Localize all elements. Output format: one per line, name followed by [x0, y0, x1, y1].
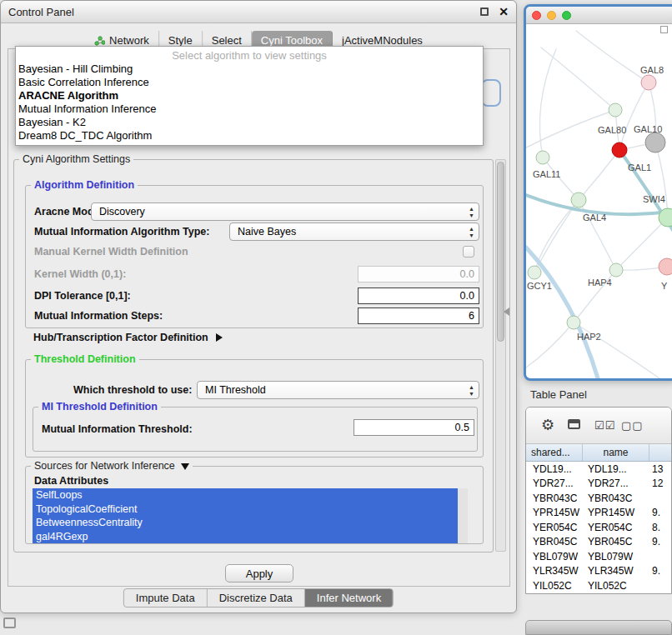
tab-jactivemodules-label: jActiveMNodules	[342, 34, 423, 47]
algorithm-option[interactable]: Mutual Information Inference	[16, 102, 483, 116]
combo-arrows-icon: ▲▼	[469, 206, 474, 219]
control-panel-titlebar[interactable]: Control Panel ✕	[1, 1, 516, 23]
panel-corner-icon[interactable]	[3, 618, 16, 628]
table-row[interactable]: YDL19...YDL19...13	[526, 462, 671, 477]
table-row[interactable]: YLR345WYLR345W9.	[526, 564, 671, 579]
tab-infer-network[interactable]: Infer Network	[305, 589, 393, 607]
control-panel-window: Control Panel ✕ Network Style Select Cyn…	[0, 0, 517, 613]
network-node[interactable]	[641, 75, 656, 90]
aracne-mode-value: Discovery	[99, 206, 145, 218]
table-cell: YIL052C	[583, 580, 649, 592]
network-node[interactable]	[528, 266, 541, 279]
table-cell: YDR27...	[526, 478, 583, 489]
attribute-list-item[interactable]: SelfLoops	[33, 488, 458, 502]
network-edge[interactable]	[526, 322, 574, 368]
aracne-mode-select[interactable]: Discovery ▲▼	[91, 202, 479, 221]
birdseye-toggle[interactable]	[660, 26, 668, 33]
network-node[interactable]	[659, 258, 672, 275]
algorithm-option[interactable]: Bayesian - Hill Climbing	[16, 62, 483, 76]
column-header-partial[interactable]	[649, 444, 671, 461]
algorithm-option[interactable]: Basic Correlation Inference	[16, 76, 483, 89]
table-cell: YLR345W	[583, 565, 649, 577]
tab-impute-data[interactable]: Impute Data	[124, 589, 208, 607]
mi-threshold-input[interactable]: 0.5	[354, 419, 474, 436]
network-node[interactable]	[567, 316, 580, 329]
collapsed-panel-bar[interactable]	[525, 620, 672, 635]
which-threshold-label: Which threshold to use:	[73, 384, 192, 396]
minimize-traffic-light[interactable]	[547, 11, 556, 20]
table-row[interactable]: YBL079WYBL079W	[526, 549, 671, 564]
splitter-collapse-arrow[interactable]	[504, 308, 509, 316]
node-label: GAL11	[533, 169, 560, 179]
kernel-width-input[interactable]: 0.0	[358, 266, 479, 282]
node-label: GAL8	[640, 65, 664, 75]
close-traffic-light[interactable]	[532, 11, 541, 20]
mi-steps-input[interactable]: 6	[358, 308, 479, 324]
table-cell: 12	[649, 478, 671, 489]
table-header-row: shared... name	[526, 444, 671, 462]
algorithm-option[interactable]: Dream8 DC_TDC Algorithm	[16, 129, 483, 142]
apply-button[interactable]: Apply	[225, 564, 293, 582]
sources-for-network-inference-group: Sources for Network Inference Data Attri…	[25, 466, 484, 544]
float-window-icon[interactable]	[480, 8, 489, 16]
table-row[interactable]: YBR045CYBR045C9.	[526, 535, 671, 550]
hub-transcription-factor-toggle[interactable]: Hub/Transcription Factor Definition	[33, 332, 223, 343]
table-row[interactable]: YDR27...YDR27...12	[526, 477, 671, 492]
sources-toggle[interactable]: Sources for Network Inference	[31, 460, 193, 472]
attribute-list-item[interactable]: BetweennessCentrality	[33, 516, 458, 530]
table-row[interactable]: YBR043CYBR043C	[526, 491, 671, 506]
gear-icon[interactable]: ⚙	[541, 416, 554, 434]
network-edge[interactable]	[541, 48, 615, 110]
table-cell: YBR045C	[583, 536, 649, 548]
tab-discretize-data[interactable]: Discretize Data	[208, 589, 305, 607]
expand-down-icon	[181, 463, 189, 470]
settings-scrollbar[interactable]	[495, 159, 506, 552]
network-node[interactable]	[645, 132, 665, 152]
network-node[interactable]	[609, 263, 623, 277]
network-edge[interactable]	[579, 150, 619, 200]
column-browser-icon[interactable]	[568, 419, 580, 429]
network-canvas[interactable]: GAL8GAL80GAL10GAL1GAL11SWI4GAL4GCY1HAP4Y…	[526, 24, 672, 378]
mi-threshold-definition-group: MI Threshold Definition Mutual Informati…	[33, 407, 478, 452]
attribute-list-item[interactable]: gal4RGexp	[33, 530, 458, 544]
column-header-name[interactable]: name	[583, 444, 649, 461]
deselect-all-checkboxes-icon[interactable]: ▢▢	[621, 419, 644, 432]
manual-kernel-width-checkbox[interactable]	[463, 246, 474, 258]
network-node[interactable]	[612, 142, 627, 158]
table-cell: YER054C	[583, 522, 649, 533]
network-node[interactable]	[536, 151, 549, 164]
mi-algorithm-type-select[interactable]: Naive Bayes ▲▼	[229, 222, 479, 241]
network-node[interactable]	[571, 192, 586, 208]
column-header-shared-name[interactable]: shared...	[526, 444, 583, 461]
manual-kernel-width-label: Manual Kernel Width Definition	[34, 246, 188, 258]
select-all-checkboxes-icon[interactable]: ☑☑	[594, 419, 615, 432]
network-edge[interactable]	[539, 49, 556, 158]
algorithm-dropdown-list: Bayesian - Hill ClimbingBasic Correlatio…	[16, 62, 483, 142]
cyni-bottom-tabs: Impute Data Discretize Data Infer Networ…	[123, 588, 394, 608]
which-threshold-select[interactable]: MI Threshold ▲▼	[197, 381, 479, 399]
hub-section-label: Hub/Transcription Factor Definition	[33, 332, 208, 343]
zoom-traffic-light[interactable]	[562, 11, 571, 20]
network-edge[interactable]	[619, 82, 649, 150]
combo-arrows-icon: ▲▼	[469, 226, 474, 239]
help-button-partial[interactable]	[481, 79, 501, 107]
table-row[interactable]: YER054CYER054C8.	[526, 520, 671, 535]
table-row[interactable]: YIL052CYIL052C	[526, 578, 671, 593]
network-node[interactable]	[609, 103, 622, 117]
network-tab-icon	[94, 36, 105, 46]
table-panel-title: Table Panel	[530, 388, 587, 401]
node-label: GAL80	[598, 125, 626, 135]
network-window-titlebar[interactable]	[526, 7, 672, 24]
algorithm-option[interactable]: ARACNE Algorithm	[16, 89, 483, 102]
close-icon[interactable]: ✕	[499, 6, 509, 18]
attribute-list-item[interactable]: TopologicalCoefficient	[33, 502, 458, 517]
table-cell: YIL052C	[526, 580, 583, 592]
dpi-tolerance-input[interactable]: 0.0	[358, 288, 479, 304]
table-row[interactable]: YPR145WYPR145W9.	[526, 506, 671, 521]
algorithm-option[interactable]: Bayesian - K2	[16, 116, 483, 129]
table-cell: 9.	[649, 507, 671, 518]
cyni-algorithm-settings-group: Cyni Algorithm Settings Algorithm Defini…	[13, 159, 494, 552]
table-toolbar: ⚙ ☑☑ ▢▢	[526, 408, 671, 444]
sources-title: Sources for Network Inference	[34, 460, 175, 472]
network-edge[interactable]	[576, 31, 649, 82]
